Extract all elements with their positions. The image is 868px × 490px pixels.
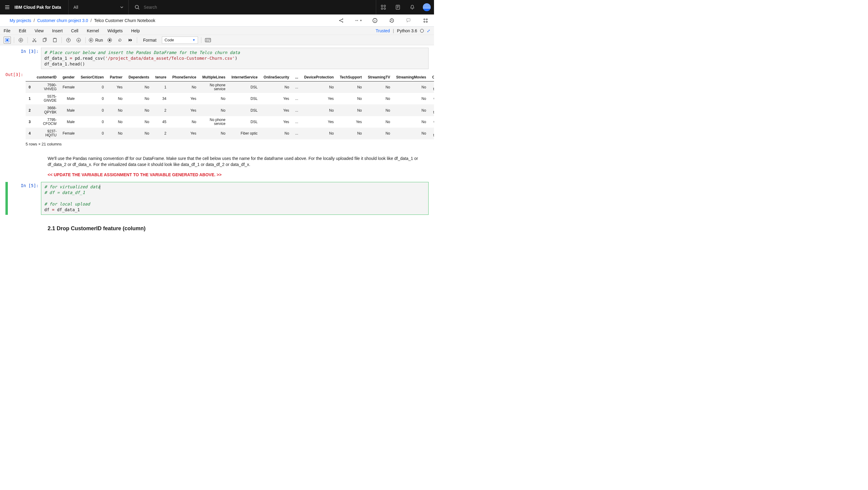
run-all-button[interactable]	[127, 36, 134, 44]
search-icon	[131, 4, 143, 10]
copy-button[interactable]	[41, 36, 48, 44]
table-row: 15575-GNVDEMale0NoNo34YesNoDSLYes...YesN…	[26, 93, 434, 105]
svg-rect-29	[109, 39, 110, 41]
comments-icon[interactable]	[405, 17, 412, 24]
history-icon[interactable]	[388, 17, 396, 24]
table-header: OnlineSecurity	[261, 73, 292, 82]
expand-icon[interactable]: ⤢	[427, 28, 430, 33]
breadcrumb-root[interactable]: My projects	[10, 18, 31, 23]
scope-label: All	[73, 5, 79, 10]
markdown-cell[interactable]: We'll use the Pandas naming convention d…	[5, 148, 429, 178]
move-down-button[interactable]	[75, 36, 82, 44]
table-row: 49237-HQITUFemale0NoNo2YesNoFiber opticN…	[26, 127, 434, 139]
catalog-icon[interactable]	[391, 0, 405, 15]
interrupt-button[interactable]	[106, 36, 113, 44]
info-icon[interactable]	[371, 17, 378, 24]
svg-rect-1	[381, 5, 383, 7]
output-cell-3: Out[3]: customerIDgenderSeniorCitizenPar…	[5, 71, 429, 146]
chevron-down-icon: ▾	[360, 19, 362, 22]
paste-button[interactable]	[51, 36, 59, 44]
menu-view[interactable]: View	[35, 28, 44, 33]
apps-icon[interactable]	[376, 0, 391, 15]
svg-point-11	[375, 19, 375, 20]
notebook-area[interactable]: In [3]: # Place cursor below and insert …	[0, 45, 434, 245]
code-editor[interactable]: # Place cursor below and insert the Pand…	[41, 48, 429, 69]
restart-button[interactable]	[116, 36, 124, 44]
table-header: MultipleLines	[199, 73, 228, 82]
svg-rect-4	[384, 8, 385, 9]
project-actions: ▾	[338, 17, 429, 24]
table-header: Partner	[107, 73, 125, 82]
code-editor[interactable]: # for virtualized data # df = data_df_1 …	[41, 182, 429, 214]
chevron-down-icon: ▼	[192, 38, 195, 41]
svg-point-13	[424, 19, 425, 20]
table-header: customerID	[34, 73, 60, 82]
assets-icon[interactable]	[422, 17, 429, 24]
table-header: DeviceProtection	[301, 73, 337, 82]
section-heading: 2.1 Drop CustomerID feature (column)	[48, 225, 429, 232]
dataframe-output[interactable]: customerIDgenderSeniorCitizenPartnerDepe…	[26, 73, 434, 139]
run-history[interactable]: ▾	[354, 17, 362, 24]
format-label: Format	[143, 38, 156, 42]
search-input[interactable]	[143, 4, 373, 10]
breadcrumb-current: Telco Customer Churn Notebook	[94, 18, 155, 23]
breadcrumb: My projects / Customer churn project 3.0…	[10, 18, 155, 23]
menu-file[interactable]: File	[4, 28, 10, 33]
menu-help[interactable]: Help	[131, 28, 140, 33]
svg-point-9	[357, 20, 358, 21]
svg-rect-23	[53, 38, 56, 42]
table-row: 37795-CFOCWMale0NoNo45NoNo phoneserviceD…	[26, 116, 434, 127]
cell-prompt: In [5]:	[8, 182, 41, 214]
kernel-label[interactable]: Python 3.6	[397, 28, 417, 33]
cell-prompt: In [3]:	[8, 48, 41, 69]
table-row: 23668-QPYBKMale0NoNo2YesNoDSLYes...NoNoN…	[26, 105, 434, 116]
add-cell-button[interactable]	[17, 36, 24, 44]
markdown-warning: << UPDATE THE VARIABLE ASSIGNMENT TO THE…	[48, 172, 429, 178]
menu-kernel[interactable]: Kernel	[87, 28, 99, 33]
bell-icon[interactable]	[405, 0, 420, 15]
project-bar: My projects / Customer churn project 3.0…	[0, 15, 434, 27]
trusted-label[interactable]: Trusted	[375, 28, 390, 33]
markdown-paragraph: We'll use the Pandas naming convention d…	[48, 155, 429, 168]
svg-point-16	[426, 21, 427, 22]
global-header: IBM Cloud Pak for Data All	[0, 0, 434, 15]
svg-point-20	[33, 41, 34, 42]
kernel-indicator-icon	[420, 29, 424, 33]
code-cell-5[interactable]: In [5]: # for virtualized data # df = da…	[5, 182, 429, 214]
chevron-down-icon	[120, 5, 124, 9]
menu-edit[interactable]: Edit	[19, 28, 26, 33]
svg-point-14	[426, 19, 427, 20]
dataframe-caption: 5 rows × 21 columns	[26, 139, 434, 146]
scope-dropdown[interactable]: All	[68, 0, 129, 15]
notebook-toolbar: Run Format Code ▼	[0, 35, 434, 45]
cut-button[interactable]	[31, 36, 38, 44]
menu-insert[interactable]: Insert	[52, 28, 63, 33]
menu-widgets[interactable]: Widgets	[107, 28, 123, 33]
table-header: Cont	[429, 73, 434, 82]
save-button[interactable]	[4, 36, 11, 44]
user-avatar[interactable]	[420, 0, 434, 15]
table-header: ...	[292, 73, 301, 82]
run-label: Run	[95, 38, 103, 42]
menu-cell[interactable]: Cell	[71, 28, 79, 33]
table-row: 07590-VHVEGFemale0YesNo1NoNo phoneservic…	[26, 81, 434, 93]
markdown-heading-cell[interactable]: 2.1 Drop CustomerID feature (column)	[5, 217, 429, 232]
command-palette-button[interactable]	[204, 36, 212, 44]
svg-point-21	[35, 41, 36, 42]
svg-point-0	[135, 5, 138, 9]
share-icon[interactable]	[338, 17, 345, 24]
menu-icon[interactable]	[0, 0, 14, 15]
breadcrumb-project[interactable]: Customer churn project 3.0	[37, 18, 88, 23]
cell-type-dropdown[interactable]: Code ▼	[162, 36, 198, 44]
table-header: SeniorCitizen	[78, 73, 107, 82]
run-button[interactable]: Run	[89, 38, 103, 42]
move-up-button[interactable]	[65, 36, 72, 44]
table-header: InternetService	[228, 73, 261, 82]
svg-rect-2	[384, 5, 385, 7]
table-header: PhoneService	[169, 73, 199, 82]
svg-rect-12	[407, 19, 410, 21]
global-search[interactable]	[129, 0, 376, 15]
code-cell-3[interactable]: In [3]: # Place cursor below and insert …	[5, 48, 429, 69]
table-header: StreamingTV	[365, 73, 393, 82]
svg-rect-18	[6, 39, 8, 41]
